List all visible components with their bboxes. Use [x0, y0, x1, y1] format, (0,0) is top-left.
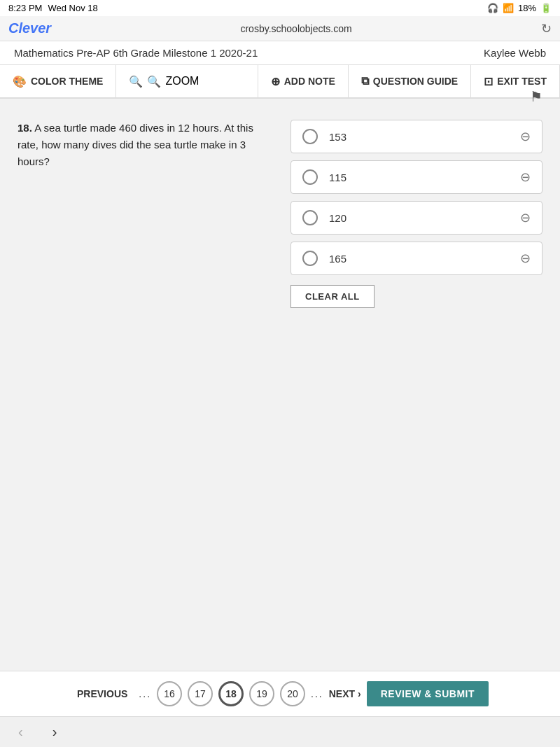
exit-test-icon: ⊡: [484, 75, 493, 88]
browser-bar: Clever crosby.schoolobjects.com ↻: [0, 16, 560, 41]
question-body: A sea turtle made 460 dives in 12 hours.…: [18, 122, 253, 167]
battery-text: 18%: [518, 3, 536, 13]
next-button[interactable]: NEXT ›: [329, 688, 361, 699]
zoom-out-icon: 🔍: [129, 75, 143, 88]
status-day: Wed Nov 18: [48, 3, 97, 13]
status-bar: 8:23 PM Wed Nov 18 🎧 📶 18% 🔋: [0, 0, 560, 16]
radio-d[interactable]: [302, 251, 318, 266]
color-theme-label: COLOR THEME: [31, 76, 103, 87]
zoom-section[interactable]: 🔍 🔍 ZOOM: [116, 65, 258, 97]
page-19[interactable]: 19: [249, 681, 274, 706]
page-17[interactable]: 17: [188, 681, 213, 706]
clever-logo: Clever: [8, 20, 51, 36]
question-number: 18.: [18, 122, 32, 134]
add-note-label: ADD NOTE: [284, 76, 335, 87]
student-name: Kaylee Webb: [484, 47, 546, 59]
browser-bottom-nav: ‹ ›: [0, 716, 560, 747]
main-content: 18. A sea turtle made 460 dives in 12 ho…: [0, 99, 560, 671]
question-guide-label: QUESTION GUIDE: [373, 76, 458, 87]
dots-left: ...: [139, 688, 151, 699]
eliminate-icon-b[interactable]: ⊖: [520, 169, 531, 185]
answer-text-b: 115: [329, 172, 520, 183]
chevron-right-icon: ›: [358, 688, 361, 699]
add-note-button[interactable]: ⊕ ADD NOTE: [258, 65, 349, 97]
refresh-button[interactable]: ↻: [541, 21, 552, 36]
answers-section: ⚑ 153 ⊖ 115 ⊖ 120 ⊖ 165 ⊖ CLEAR A: [290, 120, 542, 308]
question-guide-button[interactable]: ⧉ QUESTION GUIDE: [349, 65, 471, 97]
status-icons: 🎧 📶 18% 🔋: [487, 3, 552, 13]
answer-text-c: 120: [329, 212, 520, 224]
answer-text-d: 165: [329, 253, 520, 265]
eliminate-icon-d[interactable]: ⊖: [520, 251, 531, 266]
answer-option-c[interactable]: 120 ⊖: [290, 201, 542, 235]
color-theme-button[interactable]: 🎨 COLOR THEME: [0, 65, 116, 97]
question-guide-icon: ⧉: [361, 75, 369, 88]
radio-c[interactable]: [302, 210, 318, 225]
page-18[interactable]: 18: [218, 681, 244, 706]
status-time: 8:23 PM: [8, 3, 42, 13]
answer-text-a: 153: [329, 131, 520, 143]
eliminate-icon-c[interactable]: ⊖: [520, 210, 531, 225]
browser-back-button[interactable]: ‹: [14, 722, 27, 741]
exam-title: Mathematics Pre-AP 6th Grade Milestone 1…: [14, 47, 258, 59]
eliminate-icon-a[interactable]: ⊖: [520, 129, 531, 144]
previous-button[interactable]: PREVIOUS: [71, 685, 133, 702]
answer-option-b[interactable]: 115 ⊖: [290, 160, 542, 194]
zoom-in-icon: 🔍: [147, 75, 161, 88]
clear-all-button[interactable]: CLEAR ALL: [290, 285, 374, 308]
toolbar: 🎨 COLOR THEME 🔍 🔍 ZOOM ⊕ ADD NOTE ⧉ QUES…: [0, 65, 560, 99]
page-20[interactable]: 20: [280, 681, 305, 706]
exam-header: Mathematics Pre-AP 6th Grade Milestone 1…: [0, 41, 560, 65]
question-text: 18. A sea turtle made 460 dives in 12 ho…: [18, 120, 270, 170]
wifi-icon: 📶: [503, 3, 514, 13]
battery-icon: 🔋: [540, 3, 552, 13]
url-bar: crosby.schoolobjects.com: [240, 23, 351, 34]
page-16[interactable]: 16: [157, 681, 182, 706]
browser-forward-button[interactable]: ›: [48, 722, 62, 741]
dots-right: ...: [311, 688, 323, 699]
flag-button[interactable]: ⚑: [530, 88, 542, 105]
question-container: 18. A sea turtle made 460 dives in 12 ho…: [14, 113, 546, 315]
add-note-icon: ⊕: [271, 75, 280, 88]
answer-option-a[interactable]: 153 ⊖: [290, 120, 542, 153]
zoom-label: ZOOM: [165, 75, 199, 88]
bottom-navigation: PREVIOUS ... 16 17 18 19 20 ... NEXT › R…: [0, 671, 560, 716]
palette-icon: 🎨: [13, 75, 27, 88]
radio-a[interactable]: [302, 129, 318, 144]
headphone-icon: 🎧: [487, 3, 498, 13]
exit-test-label: EXIT TEST: [497, 76, 547, 87]
exit-test-button[interactable]: ⊡ EXIT TEST: [471, 65, 560, 97]
answer-option-d[interactable]: 165 ⊖: [290, 242, 542, 275]
review-submit-button[interactable]: REVIEW & SUBMIT: [367, 681, 489, 706]
radio-b[interactable]: [302, 169, 318, 185]
